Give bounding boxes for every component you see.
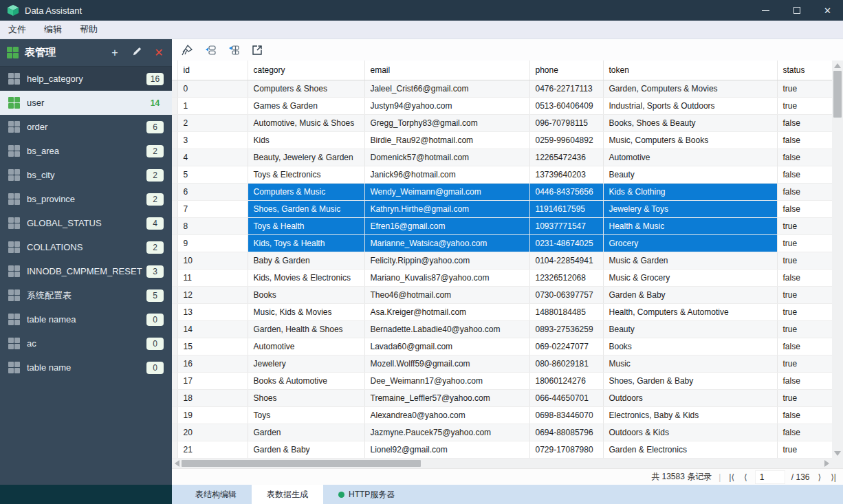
cell-category[interactable]: Games & Garden (248, 97, 364, 114)
column-header-status[interactable]: status (777, 61, 832, 80)
table-row[interactable]: 21Garden & BabyLionel92@gmail.com0729-17… (172, 441, 832, 458)
cell-email[interactable]: Janick96@hotmail.com (364, 166, 529, 183)
cell-category[interactable]: Books (248, 286, 364, 303)
row-header[interactable] (172, 114, 177, 131)
table-row[interactable]: 0Computers & ShoesJaleel_Crist66@gmail.c… (172, 80, 832, 97)
row-header[interactable] (172, 200, 177, 217)
add-table-icon[interactable]: + (109, 47, 121, 59)
maximize-button[interactable] (781, 0, 812, 21)
table-row[interactable]: 15AutomotiveLavada60@gmail.com069-022470… (172, 338, 832, 355)
cell-phone[interactable]: 12265472436 (529, 149, 603, 166)
row-header[interactable] (172, 80, 177, 97)
table-row[interactable]: 19ToysAlexandrea0@yahoo.com0698-83446070… (172, 406, 832, 424)
table-row[interactable]: 6Computers & MusicWendy_Weimann@gmail.co… (172, 183, 832, 200)
cell-token[interactable]: Garden & Baby (603, 286, 777, 303)
scroll-up-icon[interactable] (834, 63, 841, 68)
cell-token[interactable]: Industrial, Sports & Outdoors (603, 97, 777, 114)
cell-status[interactable]: true (777, 234, 832, 252)
row-header[interactable] (172, 303, 177, 320)
cell-phone[interactable]: 096-70798115 (529, 114, 603, 131)
row-header[interactable] (172, 406, 177, 424)
cell-id[interactable]: 6 (177, 183, 248, 200)
cell-token[interactable]: Shoes, Garden & Baby (603, 372, 777, 389)
cell-status[interactable]: true (777, 441, 832, 458)
cell-status[interactable]: false (777, 338, 832, 355)
cell-status[interactable]: false (777, 406, 832, 424)
cell-category[interactable]: Garden (248, 424, 364, 441)
cell-status[interactable]: true (777, 389, 832, 406)
sidebar-item-table-namea[interactable]: table namea0 (0, 307, 172, 331)
cell-id[interactable]: 4 (177, 149, 248, 166)
sidebar-item-table-name[interactable]: table name0 (0, 355, 172, 380)
cell-phone[interactable]: 0231-48674025 (529, 234, 603, 252)
cell-phone[interactable]: 0259-99604892 (529, 131, 603, 149)
cell-token[interactable]: Health & Music (603, 217, 777, 234)
cell-token[interactable]: Music & Grocery (603, 269, 777, 286)
cell-email[interactable]: Gregg_Torphy83@gmail.com (364, 114, 529, 131)
cell-id[interactable]: 2 (177, 114, 248, 131)
cell-phone[interactable]: 0513-60406409 (529, 97, 603, 114)
cell-status[interactable]: false (777, 166, 832, 183)
cell-id[interactable]: 10 (177, 252, 248, 269)
cell-category[interactable]: Books & Automotive (248, 372, 364, 389)
table-row[interactable]: 5Toys & ElectronicsJanick96@hotmail.com1… (172, 166, 832, 183)
cell-category[interactable]: Kids, Movies & Electronics (248, 269, 364, 286)
minimize-button[interactable] (750, 0, 781, 21)
cell-phone[interactable]: 0730-06397757 (529, 286, 603, 303)
sidebar-item-global_status[interactable]: GLOBAL_STATUS4 (0, 211, 172, 235)
cell-token[interactable]: Health, Computers & Automotive (603, 303, 777, 320)
row-header[interactable] (172, 338, 177, 355)
prev-page-button[interactable]: ⟨ (743, 472, 749, 482)
table-row[interactable]: 16JeweleryMozell.Wolff59@gmail.com080-86… (172, 355, 832, 372)
cell-status[interactable]: true (777, 355, 832, 372)
sidebar-item-ac[interactable]: ac0 (0, 331, 172, 355)
cell-email[interactable]: Jazmyne.Paucek75@yahoo.com (364, 424, 529, 441)
cell-status[interactable]: false (777, 149, 832, 166)
cell-email[interactable]: Efren16@gmail.com (364, 217, 529, 234)
sidebar-item-bs_city[interactable]: bs_city2 (0, 163, 172, 187)
sidebar-item-user[interactable]: user14 (0, 91, 172, 115)
cell-status[interactable]: true (777, 303, 832, 320)
cell-status[interactable]: false (777, 372, 832, 389)
column-header-email[interactable]: email (364, 61, 529, 80)
scroll-down-icon[interactable] (834, 451, 841, 456)
table-row[interactable]: 2Automotive, Music & ShoesGregg_Torphy83… (172, 114, 832, 131)
cell-category[interactable]: Toys & Electronics (248, 166, 364, 183)
cell-status[interactable]: false (777, 114, 832, 131)
table-row[interactable]: 12BooksTheo46@hotmail.com0730-06397757Ga… (172, 286, 832, 303)
cell-id[interactable]: 16 (177, 355, 248, 372)
cell-phone[interactable]: 11914617595 (529, 200, 603, 217)
cell-token[interactable]: Music (603, 355, 777, 372)
cell-status[interactable]: false (777, 269, 832, 286)
cell-status[interactable]: false (777, 424, 832, 441)
first-page-button[interactable]: |⟨ (727, 472, 736, 482)
cell-token[interactable]: Garden & Electronics (603, 441, 777, 458)
cell-category[interactable]: Computers & Music (248, 183, 364, 200)
tab-http-server[interactable]: HTTP服务器 (323, 485, 410, 504)
cell-token[interactable]: Grocery (603, 234, 777, 252)
cell-email[interactable]: Justyn94@yahoo.com (364, 97, 529, 114)
row-header[interactable] (172, 286, 177, 303)
next-page-button[interactable]: ⟩ (817, 472, 823, 482)
cell-email[interactable]: Bernadette.Labadie40@yahoo.com (364, 320, 529, 338)
cell-category[interactable]: Toys & Health (248, 217, 364, 234)
row-header[interactable] (172, 320, 177, 338)
sidebar-item-collations[interactable]: COLLATIONS2 (0, 235, 172, 259)
row-header[interactable] (172, 217, 177, 234)
cell-id[interactable]: 13 (177, 303, 248, 320)
tab-data-generate[interactable]: 表数据生成 (252, 485, 323, 504)
vertical-scrollbar[interactable] (832, 61, 843, 459)
sidebar-item-help_category[interactable]: help_category16 (0, 67, 172, 91)
cell-phone[interactable]: 0729-17087980 (529, 441, 603, 458)
cell-email[interactable]: Marianne_Watsica@yahoo.com (364, 234, 529, 252)
cell-phone[interactable]: 10937771547 (529, 217, 603, 234)
cell-email[interactable]: Kathryn.Hirthe@gmail.com (364, 200, 529, 217)
row-header[interactable] (172, 183, 177, 200)
cell-id[interactable]: 19 (177, 406, 248, 424)
cell-status[interactable]: true (777, 97, 832, 114)
cell-id[interactable]: 11 (177, 269, 248, 286)
cell-phone[interactable]: 0476-22717113 (529, 80, 603, 97)
cell-category[interactable]: Toys (248, 406, 364, 424)
cell-id[interactable]: 3 (177, 131, 248, 149)
cell-token[interactable]: Garden, Computers & Movies (603, 80, 777, 97)
